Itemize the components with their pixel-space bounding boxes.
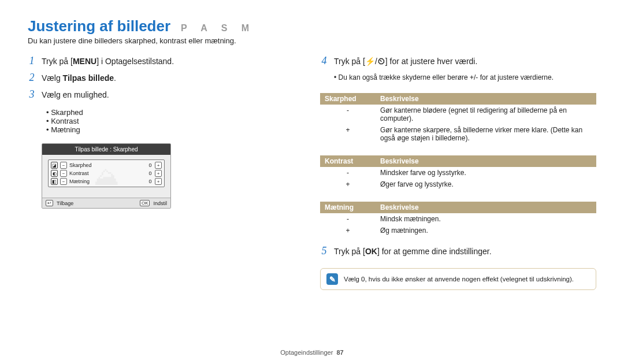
sharpness-icon: ◪ (51, 162, 58, 169)
info-box: ✎ Vælg 0, hvis du ikke ønsker at anvende… (320, 268, 596, 290)
slider-value: 0 (148, 170, 153, 176)
bold-label: Tilpas billede (63, 73, 114, 83)
th-key: Mætning (320, 202, 376, 213)
text: Tryk på [ (334, 247, 365, 256)
th-desc: Beskrivelse (376, 93, 596, 105)
bullet-saturation: Mætning (46, 125, 304, 134)
page-footer: Optageindstillinger 87 (28, 349, 596, 356)
ok-label: Indstil (153, 200, 167, 206)
step-3: 3 Vælg en mulighed. (28, 89, 304, 101)
flash-icon: ⚡ (365, 57, 375, 66)
th-desc: Beskrivelse (376, 155, 596, 167)
left-column: 1 Tryk på [MENU] i Optagelsestilstand. 2… (28, 55, 304, 344)
step-number: 4 (320, 55, 328, 67)
text: . (114, 73, 116, 83)
slider-value: 0 (148, 179, 153, 184)
slider-label: Skarphed (69, 162, 146, 168)
cell-desc: Øg mætningen. (376, 225, 596, 236)
th-key: Skarphed (320, 93, 376, 105)
cell-key: + (320, 179, 376, 190)
step-4: 4 Tryk på [⚡/⏲] for at justere hver værd… (320, 55, 596, 68)
cell-desc: Gør kanterne skarpere, så billederne vir… (376, 124, 596, 144)
th-desc: Beskrivelse (376, 202, 596, 213)
plus-button[interactable]: + (155, 178, 162, 185)
step-5: 5 Tryk på [OK] for at gemme dine indstil… (320, 246, 596, 258)
step-text: Tryk på [OK] for at gemme dine indstilli… (334, 246, 492, 258)
contrast-icon: ◐ (51, 170, 58, 177)
plus-button[interactable]: + (155, 170, 162, 177)
th-key: Kontrast (320, 155, 376, 167)
step-text: Vælg en mulighed. (42, 89, 109, 101)
screenshot-body: ⛰ ◪ − Skarphed 0 + ◐ − Kontrast (42, 155, 170, 198)
step-text: Tryk på [⚡/⏲] for at justere hver værdi. (334, 55, 477, 68)
ok-key-icon[interactable]: OK (140, 200, 150, 206)
slider-row-sharpness[interactable]: ◪ − Skarphed 0 + (51, 161, 162, 169)
slider-value: 0 (148, 162, 153, 168)
footer-section: Optageindstillinger (280, 349, 333, 356)
minus-button[interactable]: − (60, 178, 67, 185)
step-text: Vælg Tilpas billede. (42, 72, 116, 84)
plus-button[interactable]: + (155, 162, 162, 169)
menu-chip: MENU (73, 57, 96, 66)
step-1: 1 Tryk på [MENU] i Optagelsestilstand. (28, 55, 304, 68)
page: Justering af billeder P A S M Du kan jus… (0, 0, 624, 364)
cell-desc: Øger farve og lysstyrke. (376, 179, 596, 190)
cell-desc: Mindsk mætningen. (376, 213, 596, 225)
ok-chip: OK (365, 247, 377, 256)
text: Vælg (42, 73, 63, 83)
intro-text: Du kan justere dine billeders skarphed, … (28, 36, 596, 45)
step-number: 5 (320, 245, 328, 257)
page-title: Justering af billeder (28, 17, 170, 35)
step-number: 2 (28, 72, 36, 84)
timer-icon: ⏲ (377, 57, 385, 66)
text: Tryk på [ (42, 57, 73, 66)
step-number: 1 (28, 55, 36, 67)
cell-desc: Gør kanterne blødere (egnet til redigeri… (376, 105, 596, 124)
cell-desc: Mindsker farve og lysstyrke. (376, 167, 596, 179)
cell-key: + (320, 124, 376, 144)
cell-key: - (320, 105, 376, 124)
step-2: 2 Vælg Tilpas billede. (28, 72, 304, 84)
text: ] for at gemme dine indstillinger. (377, 247, 492, 256)
bullet-contrast: Kontrast (46, 117, 304, 125)
step-4-note: Du kan også trække skyderne eller berøre… (334, 73, 596, 81)
mode-badges: P A S M (181, 23, 255, 34)
bullet-sharpness: Skarphed (46, 108, 304, 117)
title-row: Justering af billeder P A S M (28, 17, 596, 35)
cell-key: - (320, 213, 376, 225)
back-label: Tilbage (57, 200, 73, 206)
minus-button[interactable]: − (60, 162, 67, 169)
cell-key: + (320, 225, 376, 236)
slider-panel: ◪ − Skarphed 0 + ◐ − Kontrast 0 + (48, 159, 165, 187)
text: ] i Optagelsestilstand. (96, 57, 174, 66)
slider-row-contrast[interactable]: ◐ − Kontrast 0 + (51, 169, 162, 177)
screenshot-footer: ↩ Tilbage OK Indstil (42, 198, 170, 208)
screenshot-title: Tilpas billede : Skarphed (42, 144, 170, 155)
info-icon: ✎ (326, 273, 338, 285)
slider-label: Kontrast (69, 170, 146, 176)
text: Tryk på [ (334, 57, 365, 66)
saturation-icon: ◧ (51, 178, 58, 185)
slider-row-saturation[interactable]: ◧ − Mætning 0 + (51, 177, 162, 185)
step-number: 3 (28, 88, 36, 101)
option-bullets: Skarphed Kontrast Mætning (46, 108, 304, 134)
text: ] for at justere hver værdi. (385, 57, 478, 66)
footer-page: 87 (337, 349, 344, 356)
cell-key: - (320, 167, 376, 179)
minus-button[interactable]: − (60, 170, 67, 177)
back-key-icon[interactable]: ↩ (46, 200, 53, 206)
camera-screenshot: Tilpas billede : Skarphed ⛰ ◪ − Skarphed… (42, 143, 171, 209)
step-text: Tryk på [MENU] i Optagelsestilstand. (42, 55, 174, 68)
right-column: 4 Tryk på [⚡/⏲] for at justere hver værd… (320, 55, 596, 344)
table-contrast: Kontrast Beskrivelse - Mindsker farve og… (320, 155, 596, 190)
table-sharpness: Skarphed Beskrivelse - Gør kanterne blød… (320, 93, 596, 144)
slider-label: Mætning (69, 179, 146, 184)
columns: 1 Tryk på [MENU] i Optagelsestilstand. 2… (28, 55, 596, 344)
table-saturation: Mætning Beskrivelse - Mindsk mætningen. … (320, 202, 596, 236)
info-text: Vælg 0, hvis du ikke ønsker at anvende n… (344, 276, 574, 283)
